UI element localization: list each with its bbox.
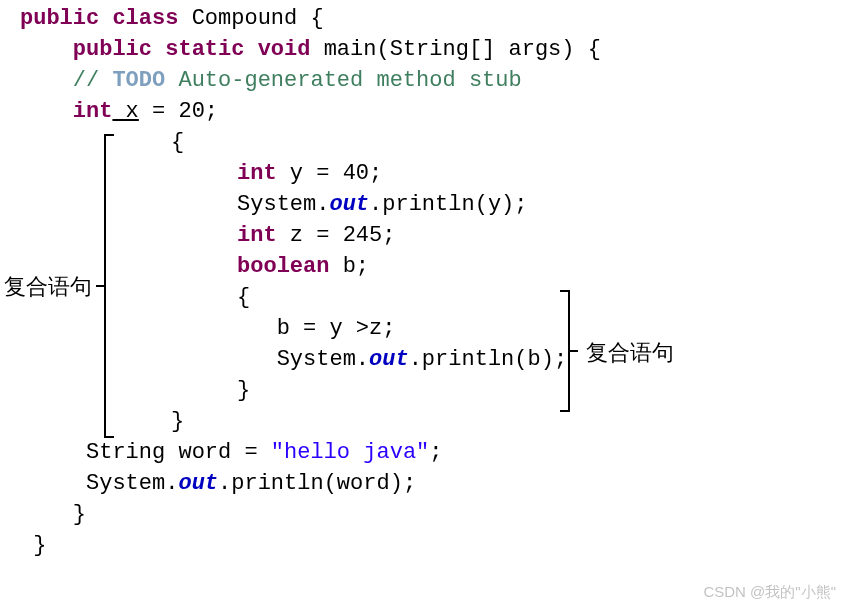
- keyword-boolean: boolean: [237, 252, 329, 283]
- comment-slash: //: [73, 66, 113, 97]
- close-brace: }: [171, 407, 184, 438]
- keyword-int: int: [237, 159, 277, 190]
- code-line: }: [20, 407, 856, 438]
- keyword-int: int: [73, 97, 113, 128]
- code-line: public class Compound {: [20, 4, 856, 35]
- keyword-public: public: [73, 35, 152, 66]
- keyword-static: static: [165, 35, 244, 66]
- code-line: }: [20, 531, 856, 562]
- code-line: }: [20, 500, 856, 531]
- bracket-tick-icon: [570, 350, 578, 352]
- code-line: int y = 40;: [20, 159, 856, 190]
- code-line: {: [20, 283, 856, 314]
- close-brace: }: [237, 376, 250, 407]
- code-line: System.out.println(b);: [20, 345, 856, 376]
- method-signature: main(String[] args) {: [310, 35, 600, 66]
- string-decl: String word =: [86, 438, 271, 469]
- system-class: System.: [277, 345, 369, 376]
- code-line: String word = "hello java";: [20, 438, 856, 469]
- code-line: int x = 20;: [20, 97, 856, 128]
- code-line: {: [20, 128, 856, 159]
- annotation-right: 复合语句: [586, 338, 674, 369]
- code-line: public static void main(String[] args) {: [20, 35, 856, 66]
- close-brace: }: [33, 531, 46, 562]
- code-line: int z = 245;: [20, 221, 856, 252]
- code-line: boolean b;: [20, 252, 856, 283]
- bracket-right-icon: [560, 290, 570, 412]
- open-brace: {: [171, 128, 184, 159]
- code-line: System.out.println(word);: [20, 469, 856, 500]
- code-block: public class Compound { public static vo…: [0, 4, 856, 562]
- bracket-tick-icon: [96, 285, 104, 287]
- system-class: System.: [237, 190, 329, 221]
- keyword-class: class: [112, 4, 178, 35]
- variable-x: x: [112, 97, 138, 128]
- close-brace: }: [73, 500, 86, 531]
- out-field: out: [329, 190, 369, 221]
- watermark: CSDN @我的"小熊": [703, 581, 836, 602]
- code-line: }: [20, 376, 856, 407]
- todo-tag: TODO: [112, 66, 165, 97]
- keyword-public: public: [20, 4, 99, 35]
- code-line: // TODO Auto-generated method stub: [20, 66, 856, 97]
- bracket-left-icon: [104, 134, 114, 438]
- open-brace: {: [237, 283, 250, 314]
- keyword-void: void: [258, 35, 311, 66]
- string-literal: "hello java": [271, 438, 429, 469]
- keyword-int: int: [237, 221, 277, 252]
- out-field: out: [369, 345, 409, 376]
- comment-text: Auto-generated method stub: [165, 66, 521, 97]
- code-line: System.out.println(y);: [20, 190, 856, 221]
- annotation-left: 复合语句: [4, 272, 92, 303]
- class-name: Compound {: [178, 4, 323, 35]
- code-line: b = y >z;: [20, 314, 856, 345]
- out-field: out: [178, 469, 218, 500]
- system-class: System.: [86, 469, 178, 500]
